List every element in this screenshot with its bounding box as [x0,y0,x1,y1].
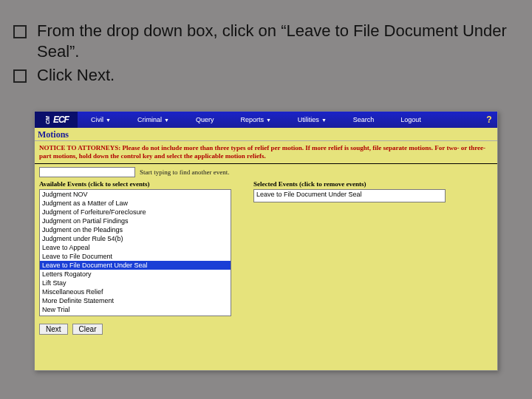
event-option[interactable]: Judgment under Rule 54(b) [40,234,231,243]
next-button[interactable]: Next [39,324,68,335]
bullet-item: Click Next. [13,65,510,86]
menu-criminal[interactable]: Criminal▼ [124,112,183,128]
bullet-text: Click Next. [37,65,115,86]
logo-ecf: ECF [53,115,69,125]
event-option[interactable]: New Trial [40,305,231,314]
available-events-listbox[interactable]: Judgment NOV Judgment as a Matter of Law… [39,189,231,316]
bullet-marker [13,25,27,38]
page-title: Motions [35,128,497,141]
menu-utilities[interactable]: Utilities▼ [284,112,340,128]
menu-search[interactable]: Search [340,112,388,128]
event-option[interactable]: Lift Stay [40,279,231,287]
attorney-notice: NOTICE TO ATTORNEYS: Please do not inclu… [35,141,497,162]
event-option[interactable]: Leave to Appeal [40,243,231,252]
bullet-item: From the drop down box, click on “Leave … [13,21,510,62]
event-option[interactable]: Judgment as a Matter of Law [40,199,231,208]
event-option[interactable]: More Definite Statement [40,296,231,305]
event-option[interactable]: Order [40,314,231,316]
event-option[interactable]: Judgment on Partial Findings [40,216,231,225]
available-events-heading: Available Events (click to select events… [39,180,231,188]
event-option[interactable]: Judgment of Forfeiture/Foreclosure [40,208,231,216]
chevron-down-icon: ▼ [164,117,169,123]
event-option[interactable]: Miscellaneous Relief [40,287,231,296]
event-option[interactable]: Letters Rogatory [40,270,231,279]
divider [35,163,497,164]
chevron-down-icon: ▼ [321,117,327,123]
event-search-row: Start typing to find another event. [35,167,497,180]
chevron-down-icon: ▼ [266,117,271,123]
bullet-marker [13,69,27,83]
menu-logout[interactable]: Logout [387,112,434,128]
selected-event-option[interactable]: Leave to File Document Under Seal [254,190,445,199]
event-search-label: Start typing to find another event. [140,168,229,176]
menu-civil[interactable]: Civil▼ [78,112,124,128]
bullet-text: From the drop down box, click on “Leave … [37,21,510,62]
ecf-menu: Civil▼ Criminal▼ Query Reports▼ Utilitie… [78,112,481,128]
event-option[interactable]: Judgment on the Pleadings [40,225,231,234]
event-option[interactable]: Leave to File Document [40,252,231,261]
menu-reports[interactable]: Reports▼ [227,112,284,128]
ecf-logo: CM ECF [35,112,78,128]
event-option-selected[interactable]: Leave to File Document Under Seal [40,261,231,270]
ecf-window: CM ECF Civil▼ Criminal▼ Query Reports▼ U… [34,111,498,371]
selected-events-listbox[interactable]: Leave to File Document Under Seal [253,189,446,202]
event-option[interactable]: Judgment NOV [40,190,231,199]
help-icon[interactable]: ? [481,115,497,125]
chevron-down-icon: ▼ [106,117,111,123]
instruction-list: From the drop down box, click on “Leave … [13,21,510,89]
selected-events-heading: Selected Events (click to remove events) [253,180,446,188]
event-search-input[interactable] [39,167,135,177]
ecf-navbar: CM ECF Civil▼ Criminal▼ Query Reports▼ U… [35,112,497,128]
menu-query[interactable]: Query [183,112,228,128]
clear-button[interactable]: Clear [72,324,103,335]
logo-cm: CM [45,116,50,124]
